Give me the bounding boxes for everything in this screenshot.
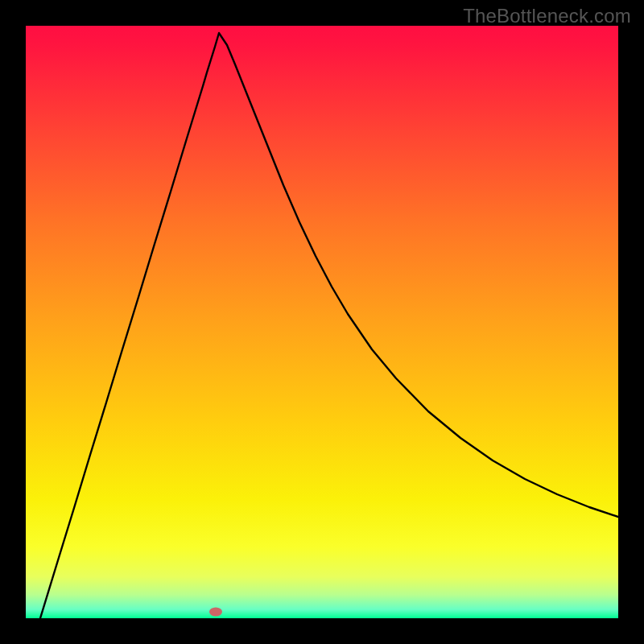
curve-svg [26,26,618,618]
chart-container: TheBottleneck.com [0,0,644,644]
plot-area [26,26,618,618]
bottleneck-curve [40,33,618,618]
optimum-marker [209,608,222,617]
watermark-text: TheBottleneck.com [463,5,631,27]
